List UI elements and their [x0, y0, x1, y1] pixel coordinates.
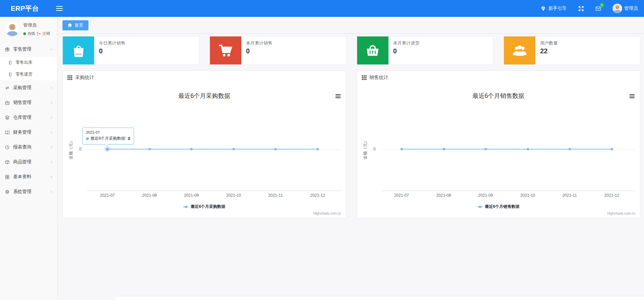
stat-card-today-sales: 今日累计销售 0: [62, 36, 199, 65]
chart-export-menu-icon[interactable]: [336, 94, 341, 98]
sidebar-item-retail[interactable]: 零售管理: [0, 42, 57, 57]
sidebar-item-finance[interactable]: 财务管理: [0, 125, 57, 140]
sidebar-toggle-icon[interactable]: [56, 6, 63, 11]
data-point[interactable]: [274, 148, 277, 151]
th-grid-icon: [68, 75, 72, 80]
sidebar-item-sales[interactable]: 销售管理: [0, 95, 57, 110]
series-line: [107, 149, 318, 150]
sidebar-submenu-retail: 零售出库 零售退货: [0, 57, 57, 80]
stat-card-value: 0: [99, 47, 125, 55]
logout-link[interactable]: 注销: [43, 31, 50, 36]
tooltip-series-dot-icon: [86, 137, 89, 140]
guide-button[interactable]: 新手引导: [540, 5, 567, 11]
data-point[interactable]: [442, 148, 445, 151]
data-point[interactable]: [611, 148, 613, 151]
x-axis-label: 2021-10: [226, 193, 241, 198]
x-axis-line: [381, 191, 635, 191]
home-icon: [68, 23, 72, 27]
main-content: 首页 今日累计销售 0: [58, 17, 644, 300]
stat-cards-row: 今日累计销售 0 本月累计销售 0: [62, 36, 640, 65]
legend-marker-icon: [183, 205, 189, 208]
mail-count-badge: 0: [599, 3, 605, 8]
username: 管理员: [624, 5, 638, 11]
sidebar-item-label: 零售管理: [13, 46, 31, 52]
chart-title: 最近6个月销售数据: [357, 92, 640, 100]
x-axis-label: 2021-12: [604, 193, 619, 198]
chart-export-menu-icon[interactable]: [629, 94, 635, 98]
stat-card-title: 本月累计进货: [393, 40, 420, 46]
data-point[interactable]: [484, 148, 487, 151]
sidebar-item-label: 销售管理: [13, 100, 31, 106]
stat-card-month-purchase: 本月累计进货 0: [357, 36, 493, 65]
sidebar-item-label: 系统管理: [13, 189, 31, 195]
file-icon: [8, 60, 12, 65]
chevron-down-icon: [50, 48, 53, 51]
stat-card-title: 本月累计销售: [246, 40, 272, 46]
panel-title: 采购统计: [75, 75, 94, 81]
data-point[interactable]: [233, 148, 235, 151]
legend-item[interactable]: 最近6个月销售数据: [477, 204, 519, 210]
data-point[interactable]: [568, 148, 571, 151]
x-axis-label: 2021-08: [436, 193, 451, 198]
highcharts-credits-link[interactable]: Highcharts.com.cn: [607, 212, 635, 215]
legend-label: 最近6个月销售数据: [485, 204, 519, 210]
fullscreen-button[interactable]: [578, 6, 584, 11]
stat-card-user-count: 用户数量 22: [504, 36, 640, 65]
data-point[interactable]: [317, 148, 319, 151]
breadcrumb: 首页: [58, 17, 644, 34]
chevron-left-icon: [50, 190, 53, 194]
sidebar-item-retail-return[interactable]: 零售退货: [0, 69, 57, 80]
sidebar-item-label: 采购管理: [13, 85, 31, 91]
x-axis-label: 2021-12: [310, 193, 325, 198]
sidebar-item-basic-data[interactable]: 基本资料: [0, 169, 57, 184]
x-axis-label: 2021-11: [268, 193, 283, 198]
legend-label: 最近6个月采购数据: [191, 204, 225, 210]
highcharts-credits-link[interactable]: Highcharts.com.cn: [313, 212, 341, 215]
sidebar-item-label: 仓库管理: [13, 114, 31, 120]
shopping-bag-icon: [71, 43, 86, 58]
tooltip-header: 2021-07: [86, 130, 130, 134]
briefcase-icon: [5, 100, 10, 105]
sidebar-item-label: 报表查询: [13, 144, 31, 150]
box-icon: [5, 160, 10, 165]
data-point[interactable]: [400, 148, 403, 151]
legend-item[interactable]: 最近6个月采购数据: [183, 204, 225, 210]
x-axis-label: 2021-11: [562, 193, 577, 198]
x-axis-label: 2021-10: [520, 193, 535, 198]
sales-stats-panel: 销售统计 最近6个月销售数据 金额（元） 0 2021-07 2021-08 2…: [357, 71, 641, 218]
sidebar: 管理员 在线 注销 零售管理 零售出库: [0, 17, 58, 300]
sidebar-menu: 零售管理 零售出库 零售退货 采购管理 销售管理: [0, 42, 57, 199]
sidebar-item-warehouse[interactable]: 仓库管理: [0, 110, 57, 125]
chevron-left-icon: [50, 116, 53, 119]
x-axis-line: [87, 191, 341, 191]
chevron-left-icon: [50, 145, 53, 149]
sidebar-item-label: 商品管理: [13, 159, 31, 165]
online-status-icon: [23, 32, 26, 35]
stat-card-title: 今日累计销售: [99, 40, 125, 46]
purchase-stats-panel: 采购统计 最近6个月采购数据 金额（元） 0 2021-07 2021-08 2…: [62, 71, 346, 218]
data-point[interactable]: [527, 148, 529, 151]
user-menu[interactable]: 管理员: [613, 4, 638, 13]
sidebar-item-retail-outbound[interactable]: 零售出库: [0, 57, 57, 69]
users-icon: [512, 43, 528, 58]
breadcrumb-home-tab[interactable]: 首页: [62, 20, 88, 30]
chevron-left-icon: [50, 160, 53, 164]
sidebar-item-system[interactable]: 系统管理: [0, 184, 57, 199]
data-point[interactable]: [149, 148, 151, 151]
sidebar-item-reports[interactable]: 报表查询: [0, 140, 57, 155]
sidebar-item-label: 零售出库: [16, 60, 32, 65]
gear-icon: [5, 189, 10, 194]
y-axis-tick: 0: [79, 147, 82, 152]
sidebar-item-products[interactable]: 商品管理: [0, 155, 57, 169]
x-axis-label: 2021-07: [394, 193, 409, 198]
stat-card-value: 0: [393, 47, 420, 55]
messages-button[interactable]: 0: [595, 6, 601, 11]
sidebar-username: 管理员: [23, 21, 50, 28]
fullscreen-icon: [578, 6, 584, 11]
data-point[interactable]: [190, 148, 193, 151]
sidebar-item-purchase[interactable]: 采购管理: [0, 80, 57, 95]
tooltip-series-label: 最近6个月采购数据:: [90, 136, 126, 141]
sidebar-item-label: 财务管理: [13, 129, 31, 135]
chevron-left-icon: [50, 101, 53, 105]
sidebar-user-panel: 管理员 在线 注销: [0, 17, 57, 40]
